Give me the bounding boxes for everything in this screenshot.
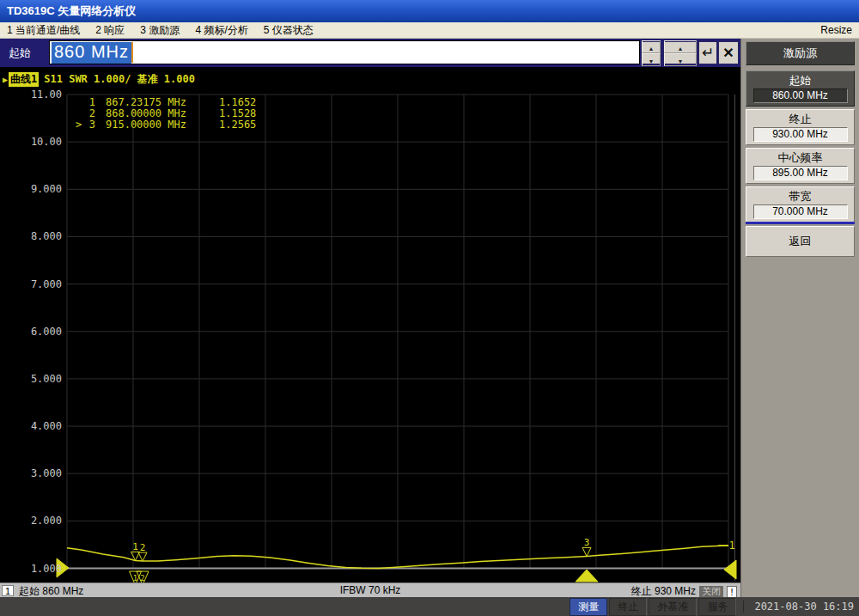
- y-tick-label: 4.000: [19, 419, 62, 433]
- enter-icon: ↵: [702, 44, 714, 62]
- marker-frq: 915.00000 MHz: [106, 119, 207, 131]
- softkey-value: 930.00 MHz: [753, 127, 848, 142]
- marker-pfx: [76, 97, 83, 108]
- y-tick-label: 9.000: [19, 182, 62, 196]
- close-entry-button[interactable]: ✕: [718, 41, 739, 64]
- marker-2-symbol: [138, 552, 147, 561]
- marker-1-flag-number: 1: [133, 574, 137, 582]
- frequency-input[interactable]: 860 MHz: [49, 40, 640, 64]
- coarse-step-spinner[interactable]: ▲ ▼: [663, 41, 698, 64]
- instrument-status-bar: 测量 终止外基准服务 2021-08-30 16:19: [0, 597, 859, 616]
- enter-button[interactable]: ↵: [698, 41, 717, 64]
- y-tick-label: 1.000: [19, 562, 62, 576]
- step-up-icon[interactable]: ▲: [664, 40, 697, 53]
- y-tick-label: 8.000: [19, 229, 62, 243]
- step-up-icon[interactable]: ▲: [642, 40, 661, 53]
- window-title: TD3619C 矢量网络分析仪: [7, 4, 136, 17]
- marker-3-symbol: [582, 547, 591, 556]
- right-edge-pointer: [724, 560, 736, 579]
- y-tick-label: 11.00: [19, 88, 62, 101]
- softkey-label: 中心频率: [746, 150, 854, 165]
- softkey-2[interactable]: 中心频率895.00 MHz: [746, 148, 855, 184]
- active-marker-flag: [576, 570, 598, 582]
- y-tick-label: 6.000: [19, 325, 62, 338]
- step-down-icon[interactable]: ▼: [642, 53, 661, 66]
- marker-num: 3: [83, 119, 95, 131]
- marker-val: 1.2565: [219, 119, 256, 131]
- alert-indicator: !: [727, 586, 737, 598]
- softkey-label: 起始: [746, 73, 854, 88]
- softkey-value: 895.00 MHz: [753, 166, 848, 180]
- back-button[interactable]: 返回: [746, 226, 855, 257]
- marker-pfx: >: [76, 119, 83, 131]
- trace-label-chip[interactable]: 曲线1: [9, 72, 39, 87]
- swr-plot: 112231: [0, 67, 740, 582]
- menu-item-2[interactable]: 3 激励源: [140, 24, 180, 36]
- y-tick-label: 2.000: [19, 514, 62, 528]
- trace-end-number: 1: [728, 540, 734, 552]
- menu-item-resize[interactable]: Resize: [820, 24, 852, 36]
- softkey-3[interactable]: 带宽70.000 MHz: [746, 186, 855, 223]
- close-icon: ✕: [722, 45, 734, 61]
- softkey-value: 70.000 MHz: [753, 204, 848, 219]
- vna-application-window: TD3619C 矢量网络分析仪 1 当前通道/曲线2 响应3 激励源4 频标/分…: [0, 0, 859, 616]
- trace-header: ▶ 曲线1 S11 SWR 1.000/ 基准 1.000: [3, 72, 195, 87]
- channel-number-box: 1: [2, 585, 14, 596]
- entry-bar: 起始 860 MHz ▲ ▼ ▲ ▼ ↵ ✕: [0, 39, 740, 67]
- y-tick-label: 5.000: [19, 372, 62, 386]
- softkey-sidebar: 激励源 起始860.00 MHz终止930.00 MHz中心频率895.00 M…: [740, 39, 859, 597]
- inactive-indicator-2: 服务: [698, 598, 736, 616]
- channel-status-row: 1 起始 860 MHz IFBW 70 kHz 终止 930 MHz 关闭 !: [0, 582, 740, 597]
- marker-1-number: 1: [132, 541, 138, 552]
- y-tick-label: 10.00: [19, 135, 62, 149]
- trace-format-text: S11 SWR 1.000/ 基准 1.000: [44, 72, 195, 87]
- menu-item-0[interactable]: 1 当前通道/曲线: [7, 24, 80, 36]
- softkey-label: 终止: [746, 112, 854, 126]
- softkey-0[interactable]: 起始860.00 MHz: [746, 70, 855, 107]
- active-trace-arrow-icon: ▶: [3, 75, 8, 84]
- softkey-label: 带宽: [746, 189, 854, 204]
- fine-step-spinner[interactable]: ▲ ▼: [641, 41, 661, 64]
- frequency-input-selected-text: 860 MHz: [52, 42, 131, 64]
- inactive-state-indicators: 终止外基准服务: [609, 598, 738, 616]
- softkey-divider: [746, 222, 855, 224]
- ifbw-status: IFBW 70 kHz: [340, 584, 401, 596]
- inactive-indicator-0: 终止: [609, 598, 647, 616]
- entry-label: 起始: [9, 46, 31, 61]
- datetime-display: 2021-08-30 16:19: [743, 601, 854, 613]
- menu-items: 1 当前通道/曲线2 响应3 激励源4 频标/分析5 仪器状态: [7, 23, 329, 38]
- title-bar: TD3619C 矢量网络分析仪: [0, 0, 859, 22]
- measure-state-indicator: 测量: [570, 598, 607, 616]
- softkey-1[interactable]: 终止930.00 MHz: [746, 109, 855, 145]
- marker-2-number: 2: [140, 542, 146, 553]
- marker-readout-row-3: >3915.00000 MHz1.2565: [76, 119, 256, 131]
- menu-item-3[interactable]: 4 频标/分析: [195, 24, 247, 36]
- step-down-icon[interactable]: ▼: [664, 53, 697, 66]
- marker-3-number: 3: [584, 537, 590, 548]
- marker-readout: 1867.23175 MHz1.16522868.00000 MHz1.1528…: [76, 97, 256, 131]
- inactive-indicator-1: 外基准: [649, 598, 697, 616]
- softkey-menu-title: 激励源: [746, 41, 855, 65]
- y-tick-label: 7.000: [19, 278, 62, 291]
- menu-bar: 1 当前通道/曲线2 响应3 激励源4 频标/分析5 仪器状态 Resize: [0, 22, 859, 39]
- text-caret: [131, 42, 133, 63]
- y-tick-label: 3.000: [19, 467, 62, 480]
- marker-2-flag-number: 2: [140, 574, 144, 582]
- softkey-value: 860.00 MHz: [753, 88, 848, 103]
- menu-item-1[interactable]: 2 响应: [95, 24, 125, 36]
- correction-off-badge: 关闭: [699, 586, 723, 597]
- menu-item-4[interactable]: 5 仪器状态: [264, 24, 314, 36]
- measurement-display: 112231 ▶ 曲线1 S11 SWR 1.000/ 基准 1.000 11.…: [0, 67, 740, 582]
